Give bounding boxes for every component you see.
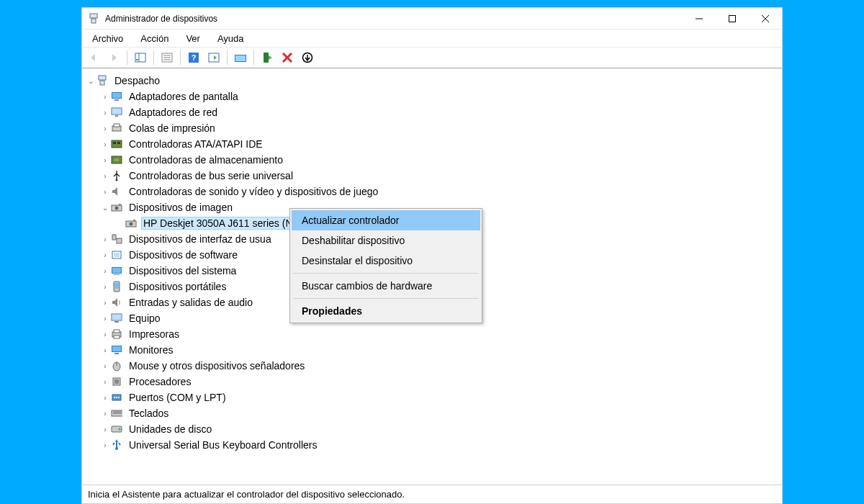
disable-device-button[interactable]: [299, 49, 316, 66]
properties-button[interactable]: [158, 49, 176, 66]
ctx-disable-device[interactable]: Deshabilitar dispositivo: [292, 230, 480, 251]
chevron-down-icon[interactable]: ⌄: [85, 75, 96, 86]
tree-node[interactable]: ›Universal Serial Bus Keyboard Controlle…: [85, 437, 782, 453]
chevron-right-icon[interactable]: ›: [99, 91, 111, 102]
menu-action[interactable]: Acción: [133, 32, 176, 45]
ctx-update-driver[interactable]: Actualizar controlador: [292, 210, 480, 230]
tree-node-label: Adaptadores de pantalla: [127, 90, 240, 103]
chevron-right-icon[interactable]: ›: [99, 328, 111, 340]
tree-node[interactable]: ›Adaptadores de red: [85, 104, 782, 120]
tree-node[interactable]: ›Adaptadores de pantalla: [85, 89, 782, 104]
svg-rect-0: [90, 14, 97, 18]
svg-rect-44: [133, 220, 135, 222]
chevron-right-icon[interactable]: ›: [99, 360, 111, 372]
chevron-right-icon[interactable]: ›: [99, 154, 111, 166]
chevron-right-icon[interactable]: ›: [99, 376, 111, 387]
chevron-down-icon[interactable]: ⌄: [99, 202, 111, 213]
tree-node-label: Dispositivos portátiles: [127, 280, 228, 293]
update-driver-button[interactable]: [232, 49, 249, 66]
mouse-icon: [111, 360, 122, 372]
back-button[interactable]: [85, 49, 102, 66]
svg-rect-32: [114, 124, 120, 127]
menu-view[interactable]: Ver: [179, 32, 207, 45]
svg-rect-61: [112, 346, 121, 351]
chevron-right-icon[interactable]: ›: [99, 186, 111, 197]
tree-node-label: HP Deskjet 3050A J611 series (NET): [141, 217, 311, 230]
port-icon: [111, 392, 122, 403]
status-text: Inicia el Asistente para actualizar el c…: [88, 489, 405, 500]
chevron-right-icon[interactable]: ›: [99, 297, 111, 308]
show-hide-console-button[interactable]: [132, 49, 149, 66]
disk-drive-icon: [111, 423, 122, 435]
forward-button[interactable]: [105, 49, 122, 66]
close-button[interactable]: [749, 8, 782, 30]
svg-rect-46: [117, 238, 122, 243]
chevron-right-icon[interactable]: ›: [99, 233, 111, 245]
svg-rect-48: [114, 253, 120, 257]
ctx-uninstall-device[interactable]: Desinstalar el dispositivo: [292, 251, 480, 271]
processor-icon: [111, 376, 122, 387]
svg-rect-41: [119, 204, 121, 206]
toolbar: ?: [82, 47, 782, 68]
svg-rect-29: [112, 109, 121, 114]
chevron-right-icon[interactable]: ›: [99, 423, 111, 435]
svg-point-69: [116, 397, 117, 398]
device-tree[interactable]: ⌄ Despacho ›Adaptadores de pantalla ›Ada…: [82, 68, 782, 485]
svg-rect-53: [114, 283, 119, 289]
tree-node-label: Dispositivos del sistema: [127, 264, 238, 277]
svg-point-38: [116, 179, 118, 181]
system-device-icon: [111, 265, 122, 276]
enable-device-button[interactable]: [258, 49, 276, 66]
svg-rect-58: [114, 330, 120, 333]
tree-node[interactable]: ›Controladoras ATA/ATAPI IDE: [85, 136, 782, 152]
minimize-button[interactable]: [683, 8, 716, 30]
tree-node[interactable]: ›Mouse y otros dispositivos señaladores: [85, 358, 782, 374]
chevron-right-icon[interactable]: ›: [99, 265, 111, 276]
hid-icon: [111, 233, 122, 245]
app-icon: [88, 13, 99, 24]
device-manager-window: Administrador de dispositivos Archivo Ac…: [81, 7, 783, 504]
chevron-right-icon[interactable]: ›: [99, 344, 111, 356]
monitor-icon: [111, 344, 122, 356]
tree-node[interactable]: ›Colas de impresión: [85, 120, 782, 136]
tree-node[interactable]: ›Teclados: [85, 405, 782, 421]
svg-rect-51: [114, 274, 120, 275]
network-adapter-icon: [111, 107, 122, 118]
chevron-right-icon[interactable]: ›: [99, 249, 111, 261]
tree-node[interactable]: ›Monitores: [85, 342, 782, 358]
svg-rect-7: [135, 53, 145, 62]
chevron-right-icon[interactable]: ›: [99, 408, 111, 419]
ctx-properties[interactable]: Propiedades: [292, 301, 480, 321]
chevron-right-icon[interactable]: ›: [99, 312, 111, 324]
ctx-scan-hardware[interactable]: Buscar cambios de hardware: [292, 276, 480, 296]
scan-hardware-button[interactable]: [205, 49, 222, 66]
tree-node[interactable]: ›Controladoras de sonido y vídeo y dispo…: [85, 184, 782, 199]
chevron-right-icon[interactable]: ›: [99, 138, 111, 150]
svg-rect-23: [99, 76, 106, 80]
chevron-right-icon[interactable]: ›: [99, 439, 111, 451]
chevron-right-icon[interactable]: ›: [99, 281, 111, 292]
tree-root[interactable]: ⌄ Despacho: [85, 73, 782, 89]
print-queue-icon: [111, 122, 122, 134]
help-button[interactable]: ?: [185, 49, 202, 66]
toolbar-separator: [153, 50, 154, 65]
tree-node[interactable]: ›Impresoras: [85, 326, 782, 342]
chevron-right-icon[interactable]: ›: [99, 170, 111, 181]
tree-node[interactable]: ›Puertos (COM y LPT): [85, 390, 782, 405]
svg-rect-26: [112, 93, 121, 98]
maximize-button[interactable]: [716, 8, 749, 30]
tree-node[interactable]: ›Controladoras de almacenamiento: [85, 152, 782, 168]
svg-rect-18: [235, 55, 246, 61]
menu-help[interactable]: Ayuda: [210, 32, 251, 45]
chevron-right-icon[interactable]: ›: [99, 122, 111, 134]
tree-node[interactable]: ›Controladoras de bus serie universal: [85, 168, 782, 184]
chevron-right-icon[interactable]: ›: [99, 392, 111, 403]
uninstall-device-button[interactable]: [279, 49, 296, 66]
svg-point-75: [119, 428, 121, 431]
tree-node[interactable]: ›Unidades de disco: [85, 421, 782, 437]
tree-node-label: Monitores: [127, 343, 175, 356]
menu-file[interactable]: Archivo: [85, 32, 130, 45]
chevron-right-icon[interactable]: ›: [99, 107, 111, 118]
tree-node[interactable]: ›Procesadores: [85, 374, 782, 390]
tree-node-label: Controladoras de sonido y vídeo y dispos…: [127, 185, 380, 198]
